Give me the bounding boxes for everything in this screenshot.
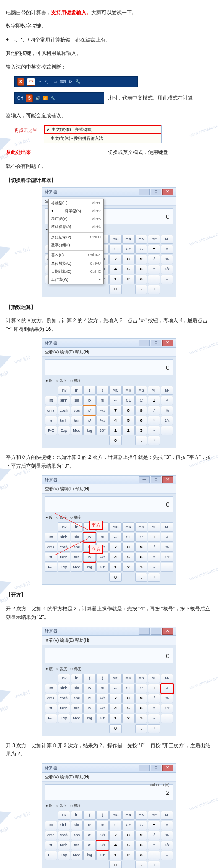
calc-key-4[interactable]: 4 bbox=[109, 265, 122, 274]
calc-key-tanh[interactable]: tanh bbox=[58, 841, 70, 850]
calc-key-8[interactable]: 8 bbox=[122, 543, 135, 552]
minimize-button[interactable]: — bbox=[139, 628, 150, 635]
calc-key-C[interactable]: C bbox=[135, 396, 148, 405]
calc-key-ʸ√x[interactable]: ʸ√x bbox=[96, 694, 109, 703]
calc-key-sinh[interactable]: sinh bbox=[58, 684, 70, 693]
calc-key-π[interactable]: π bbox=[45, 704, 57, 713]
calc-key-C[interactable]: C bbox=[135, 684, 148, 693]
calc-key-tanh[interactable]: tanh bbox=[58, 704, 70, 713]
close-button[interactable]: ✕ bbox=[162, 765, 173, 771]
calc-key-cos[interactable]: cos bbox=[71, 406, 83, 415]
calc-key-8[interactable]: 8 bbox=[122, 406, 135, 415]
calc-key-³√x[interactable]: ³√x bbox=[96, 416, 109, 425]
calc-key-±[interactable]: ± bbox=[148, 396, 160, 405]
calc-key-cosh[interactable]: cosh bbox=[58, 543, 70, 552]
calc-key-%[interactable]: % bbox=[161, 694, 173, 703]
calc-key-7[interactable]: 7 bbox=[109, 255, 122, 264]
calc-key-log[interactable]: log bbox=[83, 851, 96, 860]
calc-key-sinh[interactable]: sinh bbox=[58, 533, 70, 542]
calc-key-1[interactable]: 1 bbox=[109, 563, 122, 572]
calc-key-6[interactable]: 6 bbox=[135, 841, 148, 850]
calc-key-1/x[interactable]: 1/x bbox=[161, 416, 173, 425]
keyboard-icon[interactable]: ⌨ bbox=[60, 79, 65, 84]
calc-key-Int[interactable]: Int bbox=[45, 821, 57, 830]
view-menu-item[interactable]: 日期计算(D)Ctrl+E bbox=[49, 268, 103, 276]
calc-key-n![interactable]: n! bbox=[96, 396, 109, 405]
calc-key-M-[interactable]: M- bbox=[161, 811, 173, 820]
calc-key-ln[interactable]: ln bbox=[71, 522, 83, 532]
calc-key-Int[interactable]: Int bbox=[45, 396, 57, 405]
menu-bar-2[interactable]: 查看(V) 编辑(E) 帮助(H) bbox=[42, 348, 176, 357]
calc-key-*[interactable]: * bbox=[148, 704, 160, 713]
calc-key-10ˣ[interactable]: 10ˣ bbox=[96, 426, 109, 435]
maximize-button[interactable]: □ bbox=[151, 189, 161, 195]
calc-key-cos[interactable]: cos bbox=[71, 543, 83, 552]
calc-key-%[interactable]: % bbox=[161, 543, 173, 552]
view-menu-item[interactable]: 工作表(W)▸ bbox=[49, 276, 103, 284]
close-button[interactable]: ✕ bbox=[162, 189, 173, 195]
calc-key-Mod[interactable]: Mod bbox=[71, 851, 83, 860]
punct-icon[interactable]: °。 bbox=[45, 79, 50, 84]
calc-key-CE[interactable]: CE bbox=[122, 821, 135, 830]
calc-key-ʸ√x[interactable]: ʸ√x bbox=[96, 406, 109, 415]
close-button[interactable]: ✕ bbox=[162, 340, 173, 346]
calc-key-10ˣ[interactable]: 10ˣ bbox=[96, 714, 109, 723]
calc-key-dms[interactable]: dms bbox=[45, 543, 57, 552]
calc-key-←[interactable]: ← bbox=[109, 533, 122, 542]
calc-key-2[interactable]: 2 bbox=[122, 426, 135, 435]
calc-key-+[interactable]: + bbox=[148, 573, 160, 582]
calc-key-x²[interactable]: x² bbox=[83, 821, 96, 830]
calc-key-2[interactable]: 2 bbox=[122, 851, 135, 860]
calc-key-Mod[interactable]: Mod bbox=[71, 563, 83, 572]
calc-key-cos[interactable]: cos bbox=[71, 831, 83, 840]
calc-key-ʸ√x[interactable]: ʸ√x bbox=[96, 543, 109, 552]
close-button[interactable]: ✕ bbox=[162, 476, 173, 483]
view-menu-item[interactable]: 数字分组(I) bbox=[49, 241, 103, 249]
calc-key--[interactable]: - bbox=[148, 426, 160, 435]
calc-key-/[interactable]: / bbox=[148, 406, 160, 415]
view-menu-item[interactable]: 历史记录(Y)Ctrl+H bbox=[49, 233, 103, 241]
calc-key-0[interactable]: 0 bbox=[109, 724, 122, 733]
calc-key-Inv[interactable]: Inv bbox=[58, 522, 70, 532]
calc-key-Inv[interactable]: Inv bbox=[58, 811, 70, 820]
calc-key-*[interactable]: * bbox=[148, 841, 160, 850]
calc-key-sin[interactable]: sin bbox=[71, 684, 83, 693]
angle-modes-2[interactable]: 度弧度梯度 bbox=[45, 378, 173, 384]
calc-key-([interactable]: ( bbox=[83, 811, 96, 820]
calc-key-9[interactable]: 9 bbox=[135, 406, 148, 415]
calc-key-MC[interactable]: MC bbox=[109, 235, 122, 244]
calc-key-.[interactable]: . bbox=[135, 861, 148, 868]
calc-key-)[interactable]: ) bbox=[96, 811, 109, 820]
view-menu-item[interactable]: 标准型(T)Alt+1 bbox=[49, 199, 103, 207]
calc-key-π[interactable]: π bbox=[45, 553, 57, 562]
calc-key-MR[interactable]: MR bbox=[122, 386, 135, 395]
calc-key-+[interactable]: + bbox=[148, 861, 160, 868]
calc-key-=[interactable]: = bbox=[161, 275, 173, 284]
view-menu-item[interactable]: 程序员(P)Alt+3 bbox=[49, 215, 103, 223]
minimize-button[interactable]: — bbox=[139, 765, 150, 771]
calc-key-.[interactable]: . bbox=[135, 285, 148, 294]
calc-key-MS[interactable]: MS bbox=[135, 674, 148, 683]
calc-key-ln[interactable]: ln bbox=[71, 386, 83, 395]
calc-key-M-[interactable]: M- bbox=[161, 386, 173, 395]
calc-key-xʸ[interactable]: xʸ bbox=[83, 831, 96, 840]
volume-icon[interactable]: 🔊 bbox=[35, 95, 40, 100]
calc-key-MC[interactable]: MC bbox=[109, 674, 122, 683]
calc-key-7[interactable]: 7 bbox=[109, 694, 122, 703]
calc-key-π[interactable]: π bbox=[45, 841, 57, 850]
angle-modes-4[interactable]: 度弧度梯度 bbox=[45, 666, 173, 672]
calc-key-Exp[interactable]: Exp bbox=[58, 426, 70, 435]
calc-key-F-E[interactable]: F-E bbox=[45, 563, 57, 572]
calc-key-9[interactable]: 9 bbox=[135, 694, 148, 703]
view-menu-item[interactable]: 统计信息(A)Alt+4 bbox=[49, 223, 103, 231]
menu-bar-5[interactable]: 查看(V) 编辑(E) 帮助(H) bbox=[42, 773, 176, 782]
calc-key-.[interactable]: . bbox=[135, 573, 148, 582]
calc-key-=[interactable]: = bbox=[161, 563, 173, 572]
calc-key-CE[interactable]: CE bbox=[122, 396, 135, 405]
calc-key-MS[interactable]: MS bbox=[135, 235, 148, 244]
calc-key-9[interactable]: 9 bbox=[135, 255, 148, 264]
calc-key-2[interactable]: 2 bbox=[122, 714, 135, 723]
menu-bar-3[interactable]: 查看(V) 编辑(E) 帮助(H) bbox=[42, 484, 176, 494]
calc-key-4[interactable]: 4 bbox=[109, 704, 122, 713]
calc-key-%[interactable]: % bbox=[161, 406, 173, 415]
